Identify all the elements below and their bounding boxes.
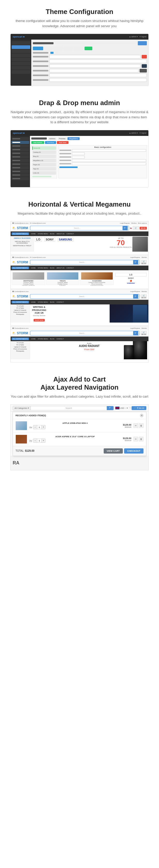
sf-nav-blog-3[interactable]: BLOG <box>50 301 55 303</box>
ajax-qty-minus-1[interactable]: − <box>33 425 37 429</box>
sf-cat-phone-4[interactable]: Phone & Accessories <box>12 348 29 350</box>
mm-btn-previous[interactable]: Previous <box>45 141 56 144</box>
ajax-cart-button[interactable]: 🛒 ☰ $0.00 <box>132 406 146 410</box>
admin-input-3[interactable] <box>50 60 147 63</box>
admin-tab-design[interactable] <box>44 46 53 50</box>
admin-radio-1[interactable] <box>51 52 54 54</box>
sf-nav-store-2[interactable]: STORE MENU <box>38 267 48 269</box>
sf-nav-store-1[interactable]: STORE MENU <box>38 233 48 235</box>
admin-input-6[interactable] <box>50 73 147 77</box>
mm-item-home[interactable]: Home (0) <box>32 146 56 150</box>
sf-search-bar-4[interactable]: Search... 🔍 <box>30 331 139 336</box>
sf-cart-icon-1[interactable]: 🛒 <box>133 226 139 230</box>
sf-nav-store-3[interactable]: STORE MENU <box>38 301 48 303</box>
sf-nav-home-2[interactable]: HOME <box>31 267 36 269</box>
mm-config-input-1[interactable] <box>72 149 146 152</box>
sf-search-bar-1[interactable]: Search... 🔍 <box>30 226 129 230</box>
mm-btn-add-admin[interactable]: Add Admin <box>31 141 44 144</box>
mm-item-pages[interactable]: Pages (0) <box>32 163 56 166</box>
mm-item-megamenu[interactable]: MegaMenu (0) <box>32 159 56 162</box>
sf-cat-laptop-3[interactable]: Laptop & Computer <box>12 309 29 311</box>
sf-cat-laptop-4[interactable]: Laptop & Computer <box>12 346 29 348</box>
sf-nav-blog-1[interactable]: BLOG <box>50 233 55 235</box>
ajax-currency-selector[interactable]: USD ~ ▾ <box>115 407 128 409</box>
admin-tab-footer[interactable] <box>64 46 73 50</box>
ajax-checkout-button[interactable]: CHECKOUT <box>124 448 144 454</box>
admin-save-btn-sim[interactable] <box>138 41 147 45</box>
sf-nav-about-1[interactable]: ABOUT US <box>57 233 65 235</box>
ajax-search-input[interactable]: Search <box>31 406 107 410</box>
ajax-search-bar[interactable]: All Categories ▾ Search 🔍 <box>13 406 114 410</box>
sf-cat-pc-4[interactable]: PC & Tablet <box>12 344 29 346</box>
sf-search-bar-3[interactable]: Search... 🔍 <box>30 294 139 299</box>
sf-cat-tv-3[interactable]: TV & Audio <box>12 305 29 307</box>
ajax-view-cart-button[interactable]: VIEW CART <box>104 448 123 454</box>
admin-tab-bg[interactable] <box>85 46 92 50</box>
sf-nav-contact-1[interactable]: CONTACT <box>66 233 74 235</box>
sf-search-button-4[interactable]: 🔍 <box>133 331 138 335</box>
sf-cat-pc-3[interactable]: PC & Tablet <box>12 307 29 309</box>
sf-cat-photo-4[interactable]: Photography <box>12 350 29 352</box>
sf-dept-btn-1[interactable]: ALL DEPARTMENTS <box>12 232 29 235</box>
ajax-qty-plus-1[interactable]: + <box>42 425 45 429</box>
sf-cat-photo-3[interactable]: Photography <box>12 313 29 315</box>
sf-cat-tv-1[interactable]: AMERICA TELEVISION <box>12 237 33 240</box>
mm-tab-preview[interactable]: Preview <box>57 137 67 140</box>
mm-tab-megamenu[interactable]: MegaMenu <box>67 137 80 140</box>
sf-dept-btn-2[interactable]: ALL DEPARTMENTS <box>12 267 29 269</box>
ajax-qty-plus-2[interactable]: + <box>42 439 45 442</box>
sf-cat-tv-4[interactable]: TV & Audio <box>12 342 29 343</box>
sf-nav-blog-4[interactable]: BLOG <box>50 338 55 340</box>
sf-cart-total-1[interactable]: $0.00 <box>139 227 147 229</box>
sf-dept-btn-4[interactable]: ALL DEPARTMENTS <box>12 338 29 340</box>
admin-color-red[interactable] <box>142 55 147 59</box>
admin-input-5[interactable] <box>50 69 138 72</box>
admin-color-text[interactable] <box>139 69 147 72</box>
mm-design-link-text[interactable] <box>60 166 77 168</box>
sf-nav-home-1[interactable]: HOME <box>31 233 36 235</box>
sf-search-button-3[interactable]: 🔍 <box>133 294 138 299</box>
ajax-edit-btn-1[interactable]: ✏ <box>133 423 138 428</box>
mm-item-tags[interactable]: Tags (0) <box>32 167 56 170</box>
sf-nav-blog-2[interactable]: BLOG <box>50 267 55 269</box>
mm-config-select-1[interactable] <box>72 153 85 155</box>
mm-config-input-3[interactable] <box>72 162 146 165</box>
mm-item-links[interactable]: Links (0) <box>32 171 56 175</box>
ajax-qty-stepper-1[interactable]: − 1 + <box>33 425 45 429</box>
ajax-delete-btn-2[interactable]: 🗑 <box>139 437 144 441</box>
admin-input-4[interactable] <box>50 64 141 68</box>
sf-cart-icon-3[interactable]: 🛒 $0.00 <box>141 294 147 299</box>
sf-cart-icon-2[interactable]: 🛒 $0.00 <box>141 260 147 264</box>
mm-item-catalog[interactable]: Catalog (0) <box>32 150 56 154</box>
sf-vr-shop-btn[interactable]: SHOP NOW <box>34 319 45 321</box>
sf-nav-contact-3[interactable]: CONTACT <box>57 301 64 303</box>
sf-search-button-1[interactable]: 🔍 <box>123 226 128 230</box>
sf-search-button-2[interactable]: 🔍 <box>133 260 138 264</box>
ajax-qty-stepper-2[interactable]: − 1 + <box>33 438 45 443</box>
sf-nav-contact-4[interactable]: CONTACT <box>57 338 64 340</box>
sf-cat-tablet-1[interactable]: SMARTPHONE & TABLET <box>12 244 33 247</box>
mm-config-select-2[interactable] <box>72 156 85 158</box>
admin-tab-general[interactable] <box>33 46 43 50</box>
sf-cat-vr-1[interactable]: VIRTUAL REALITY & ACCESSORIES <box>12 240 33 244</box>
mm-tab-actions[interactable]: Actions <box>48 137 57 140</box>
sf-search-bar-2[interactable]: Search... 🔍 <box>30 260 139 265</box>
admin-radio-2[interactable] <box>55 52 58 54</box>
sf-nav-contact-2[interactable]: CONTACT <box>66 267 74 269</box>
mm-item-blog[interactable]: Blog (0) <box>32 155 56 158</box>
mm-btn-add-new[interactable]: Add New <box>57 141 68 144</box>
admin-input-7[interactable] <box>50 78 147 82</box>
sf-nav-home-4[interactable]: HOME <box>31 338 36 340</box>
ajax-delete-btn-1[interactable]: 🗑 <box>139 423 144 428</box>
sf-nav-about-2[interactable]: ABOUT US <box>57 267 65 269</box>
sf-nav-store-4[interactable]: STORE MENU <box>38 338 48 340</box>
sf-cat-phone-3[interactable]: Phone & Accessories <box>12 311 29 313</box>
ajax-category-select[interactable]: All Categories ▾ <box>13 406 31 410</box>
admin-tab-product[interactable] <box>74 46 84 50</box>
admin-color-dark[interactable] <box>142 64 147 68</box>
admin-tab-header[interactable] <box>53 46 64 50</box>
ajax-search-submit-btn[interactable]: 🔍 <box>107 406 114 410</box>
sf-nav-home-3[interactable]: HOME <box>31 301 36 303</box>
ajax-edit-btn-2[interactable]: ✏ <box>133 437 138 441</box>
ajax-close-button[interactable]: × <box>140 414 144 417</box>
